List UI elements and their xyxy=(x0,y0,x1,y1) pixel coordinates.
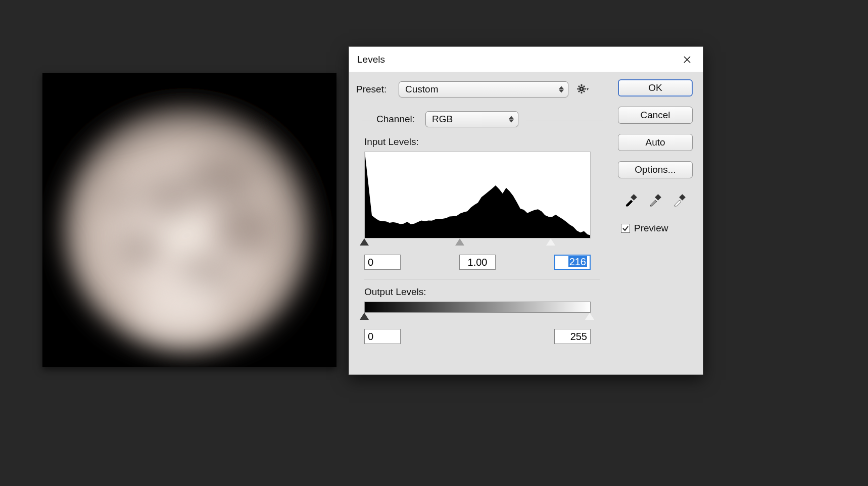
input-sliders-track[interactable] xyxy=(364,238,591,248)
cancel-button[interactable]: Cancel xyxy=(618,107,693,124)
output-sliders-track[interactable] xyxy=(364,313,591,322)
svg-point-4 xyxy=(214,204,275,255)
check-icon xyxy=(622,225,629,232)
black-point-eyedropper[interactable] xyxy=(623,192,639,208)
preset-select[interactable]: Custom xyxy=(399,81,568,98)
output-black-field[interactable] xyxy=(364,329,401,344)
input-black-slider[interactable] xyxy=(360,238,369,246)
stepper-icon xyxy=(559,86,564,93)
eyedropper-icon xyxy=(673,193,686,207)
gear-icon xyxy=(577,84,589,95)
close-icon xyxy=(683,56,691,64)
input-levels-label: Input Levels: xyxy=(364,136,608,148)
auto-button[interactable]: Auto xyxy=(618,134,693,151)
svg-point-3 xyxy=(141,175,197,218)
output-levels-label: Output Levels: xyxy=(364,286,608,298)
close-button[interactable] xyxy=(679,51,696,68)
preset-value: Custom xyxy=(405,84,438,95)
group-divider xyxy=(356,119,608,122)
svg-line-16 xyxy=(578,91,580,92)
dialog-title: Levels xyxy=(357,54,385,65)
svg-point-7 xyxy=(136,282,222,338)
dialog-titlebar[interactable]: Levels xyxy=(349,47,703,72)
output-white-field[interactable] xyxy=(554,329,591,344)
input-white-slider[interactable] xyxy=(546,238,555,246)
svg-point-5 xyxy=(115,230,162,269)
svg-rect-19 xyxy=(655,194,661,201)
section-divider xyxy=(364,279,600,279)
output-black-slider[interactable] xyxy=(360,313,369,320)
eyedropper-icon xyxy=(649,193,662,207)
ok-button[interactable]: OK xyxy=(618,79,693,96)
svg-point-8 xyxy=(101,185,135,213)
white-point-eyedropper[interactable] xyxy=(672,192,687,208)
eyedropper-icon xyxy=(624,193,638,207)
output-white-slider[interactable] xyxy=(585,313,594,320)
preview-label: Preview xyxy=(634,223,668,234)
input-mid-field[interactable] xyxy=(459,255,496,270)
levels-dialog: Levels Preset: Custom xyxy=(349,46,703,375)
svg-rect-18 xyxy=(631,194,637,201)
preset-label: Preset: xyxy=(356,84,392,95)
histogram xyxy=(364,152,591,238)
input-white-field[interactable]: 216 xyxy=(554,255,591,270)
input-mid-slider[interactable] xyxy=(455,238,464,246)
svg-point-2 xyxy=(186,155,257,203)
gray-point-eyedropper[interactable] xyxy=(648,192,663,208)
input-black-field[interactable] xyxy=(364,255,401,270)
options-button[interactable]: Options... xyxy=(618,161,693,178)
svg-line-15 xyxy=(584,91,585,92)
preview-checkbox[interactable] xyxy=(621,224,630,233)
svg-rect-20 xyxy=(679,194,686,201)
svg-line-17 xyxy=(584,86,585,87)
preset-menu-button[interactable] xyxy=(575,82,591,97)
svg-line-14 xyxy=(578,86,580,87)
output-gradient xyxy=(364,302,591,313)
image-preview xyxy=(42,73,336,367)
svg-point-9 xyxy=(580,87,583,90)
